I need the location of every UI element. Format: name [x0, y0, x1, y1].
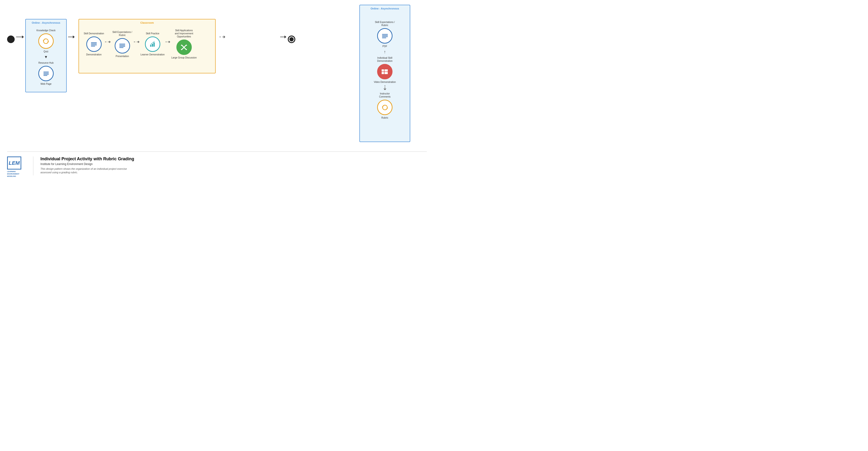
svg-rect-25: [382, 69, 384, 72]
zone-left-label: Online - Asynchronous: [32, 21, 60, 24]
demo-lines-icon: [90, 40, 98, 49]
footer-org: Institute for Learning Environment Desig…: [40, 162, 135, 166]
footer: LEM LEARNING ENVIRONMENT MODELING Indivi…: [7, 151, 427, 177]
logo-box: LEM: [7, 157, 21, 170]
dashed-v-arrow: [383, 85, 386, 90]
skill-demo-sublabel: Demonstration: [86, 53, 102, 56]
zone-classroom-label: Classroom: [141, 21, 154, 24]
video-demo-icon: [377, 64, 393, 79]
quiz-sublabel: Quiz: [43, 50, 49, 53]
svg-rect-26: [384, 69, 388, 72]
right-panel-nodes: Skill Expectations / Rubric PDF ↑: [364, 12, 406, 121]
quiz-icon-circle: [38, 33, 54, 49]
zone-online-right: Online - Asynchronous Skill Expectations…: [360, 5, 410, 142]
skill-exp-right-title: Skill Expectations / Rubric: [374, 21, 396, 27]
discussion-icon: [180, 43, 188, 52]
video-demo-sublabel: Video Demonstration: [374, 81, 396, 83]
footer-content: Individual Project Activity with Rubric …: [40, 157, 135, 174]
resource-hub-node: Resource Hub Web Page: [38, 61, 54, 85]
left-panel-nodes: Knowledge Check Quiz: [29, 27, 63, 88]
start-terminal: [7, 35, 15, 43]
diagram-wrapper: Online - Asynchronous Knowledge Check: [7, 5, 427, 151]
large-group-icon: [176, 39, 192, 55]
footer-title: Individual Project Activity with Rubric …: [40, 157, 135, 162]
arrow-to-left-zone: [16, 35, 24, 38]
zone-classroom: Classroom Skill Demonstration: [79, 19, 216, 74]
pdf-sublabel: PDF: [382, 45, 387, 48]
lines-icon: [42, 69, 50, 78]
footer-logo: LEM LEARNING ENVIRONMENT MODELING: [7, 157, 26, 177]
skill-demo-title: Skill Demonstration: [84, 32, 104, 35]
dashed-arrow-to-right: [219, 35, 225, 38]
pdf-lines-icon: [381, 32, 389, 40]
logo-sub: LEARNING ENVIRONMENT MODELING: [7, 170, 26, 177]
presentation-sublabel: Presentation: [116, 55, 129, 58]
arrow-zone-to-classroom: [68, 35, 75, 38]
end-terminal: [288, 35, 295, 43]
up-arrow-1: ↑: [384, 50, 386, 54]
skill-practice-node: Skill Practice Learner Demonstration: [141, 32, 164, 56]
skill-exp-classroom-title: Skill Expectations / Rubric: [112, 31, 133, 37]
footer-divider: [33, 157, 33, 175]
svg-rect-14: [153, 43, 155, 47]
skill-demonstration-node: Skill Demonstration Demonstration: [84, 32, 104, 56]
rubric-sublabel: Rubric: [381, 116, 388, 119]
arrow-to-end: [280, 35, 286, 38]
cycle-icon: [41, 37, 50, 46]
logo-text: LEM: [9, 160, 20, 166]
large-group-sublabel: Large Group Discussion: [171, 56, 196, 59]
webpage-icon-circle: [38, 66, 54, 81]
knowledge-check-node: Knowledge Check Quiz: [36, 29, 56, 53]
skill-expectations-right-node: Skill Expectations / Rubric PDF: [374, 21, 396, 48]
resource-hub-title: Resource Hub: [38, 61, 54, 64]
zone-right-label: Online - Asynchronous: [371, 7, 399, 10]
down-arrow-1: ▼: [44, 55, 48, 59]
svg-rect-28: [384, 72, 388, 74]
skill-applications-node: Skill Applications and Improvement Oppor…: [171, 29, 196, 59]
pdf-icon: [377, 28, 393, 44]
grid-icon: [380, 67, 389, 76]
dashed-arrow-2: [134, 41, 140, 43]
skill-apps-title: Skill Applications and Improvement Oppor…: [173, 29, 195, 38]
main-canvas: Online - Asynchronous Knowledge Check: [0, 0, 434, 182]
zone-online-left: Online - Asynchronous Knowledge Check: [25, 19, 67, 92]
individual-skill-node: Individual Skill Demonstration Video Dem…: [374, 56, 396, 83]
instructor-comments-node: Instructor Comments Rubric: [374, 92, 396, 119]
dashed-arrow-1: [105, 41, 111, 43]
webpage-sublabel: Web Page: [40, 83, 52, 85]
skill-demo-icon: [86, 36, 102, 52]
svg-rect-27: [382, 72, 384, 74]
svg-rect-12: [150, 45, 151, 47]
chart-icon: [148, 40, 157, 49]
presentation-lines-icon: [118, 41, 126, 50]
presentation-icon: [115, 38, 130, 54]
dashed-arrow-3: [165, 41, 170, 43]
footer-description: This design pattern shows the organizati…: [40, 167, 135, 174]
instructor-comments-title: Instructor Comments: [374, 92, 396, 98]
learner-demo-icon: [145, 36, 160, 52]
classroom-nodes: Skill Demonstration Demonstration: [83, 27, 212, 61]
individual-skill-title: Individual Skill Demonstration: [374, 56, 395, 62]
skill-practice-title: Skill Practice: [146, 32, 159, 35]
knowledge-check-title: Knowledge Check: [36, 29, 56, 32]
rubric-cycle-icon: [380, 103, 390, 112]
learner-demo-sublabel: Learner Demonstration: [141, 53, 164, 56]
skill-expectations-classroom-node: Skill Expectations / Rubric Presentation: [112, 31, 133, 58]
rubric-icon: [377, 100, 393, 115]
svg-rect-13: [152, 44, 153, 47]
